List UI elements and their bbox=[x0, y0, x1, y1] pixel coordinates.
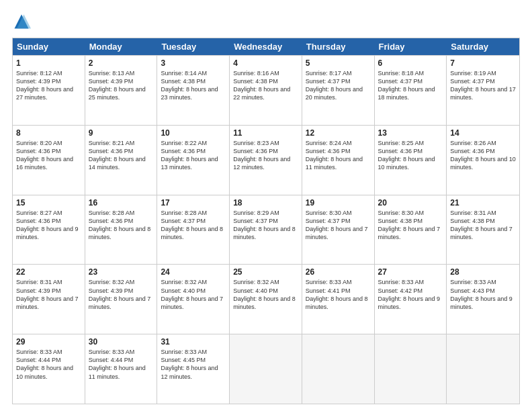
day-number: 29 bbox=[16, 337, 81, 347]
cell-info: Sunrise: 8:26 AMSunset: 4:36 PMDaylight:… bbox=[450, 140, 516, 171]
day-number: 26 bbox=[306, 267, 371, 277]
day-number: 25 bbox=[233, 267, 298, 277]
calendar-cell: 12 Sunrise: 8:24 AMSunset: 4:36 PMDaylig… bbox=[302, 126, 375, 195]
day-number: 2 bbox=[89, 58, 154, 68]
day-number: 5 bbox=[306, 58, 371, 68]
day-number: 1 bbox=[16, 58, 81, 68]
calendar-cell: 29 Sunrise: 8:33 AMSunset: 4:44 PMDaylig… bbox=[13, 334, 85, 404]
day-number: 9 bbox=[89, 128, 154, 138]
calendar-cell: 4 Sunrise: 8:16 AMSunset: 4:38 PMDayligh… bbox=[230, 56, 302, 125]
calendar-row-2: 8 Sunrise: 8:20 AMSunset: 4:36 PMDayligh… bbox=[13, 125, 519, 195]
calendar-header: SundayMondayTuesdayWednesdayThursdayFrid… bbox=[13, 38, 519, 55]
calendar-row-3: 15 Sunrise: 8:27 AMSunset: 4:36 PMDaylig… bbox=[13, 195, 519, 265]
calendar-cell: 8 Sunrise: 8:20 AMSunset: 4:36 PMDayligh… bbox=[13, 126, 85, 195]
cell-info: Sunrise: 8:28 AMSunset: 4:36 PMDaylight:… bbox=[89, 210, 151, 240]
calendar-cell: 17 Sunrise: 8:28 AMSunset: 4:37 PMDaylig… bbox=[157, 195, 230, 265]
day-number: 31 bbox=[161, 337, 226, 347]
logo bbox=[12, 12, 34, 31]
calendar-cell: 3 Sunrise: 8:14 AMSunset: 4:38 PMDayligh… bbox=[157, 56, 230, 125]
day-number: 19 bbox=[306, 198, 371, 208]
calendar-cell bbox=[447, 334, 519, 404]
cell-info: Sunrise: 8:16 AMSunset: 4:38 PMDaylight:… bbox=[233, 70, 290, 101]
day-number: 15 bbox=[16, 198, 81, 208]
logo-icon bbox=[12, 12, 31, 31]
cell-info: Sunrise: 8:32 AMSunset: 4:40 PMDaylight:… bbox=[233, 279, 296, 310]
cell-info: Sunrise: 8:33 AMSunset: 4:41 PMDaylight:… bbox=[306, 279, 368, 310]
cell-info: Sunrise: 8:25 AMSunset: 4:36 PMDaylight:… bbox=[378, 140, 435, 171]
cell-info: Sunrise: 8:24 AMSunset: 4:36 PMDaylight:… bbox=[306, 140, 363, 171]
page-header bbox=[12, 12, 520, 31]
header-day-wednesday: Wednesday bbox=[230, 38, 302, 55]
calendar-cell: 22 Sunrise: 8:31 AMSunset: 4:39 PMDaylig… bbox=[13, 265, 85, 334]
calendar-cell: 7 Sunrise: 8:19 AMSunset: 4:37 PMDayligh… bbox=[447, 56, 519, 125]
calendar-cell: 19 Sunrise: 8:30 AMSunset: 4:37 PMDaylig… bbox=[302, 195, 375, 265]
day-number: 13 bbox=[378, 128, 443, 138]
calendar-cell: 6 Sunrise: 8:18 AMSunset: 4:37 PMDayligh… bbox=[375, 56, 447, 125]
day-number: 4 bbox=[233, 58, 298, 68]
header-day-saturday: Saturday bbox=[447, 38, 519, 55]
calendar-cell: 20 Sunrise: 8:30 AMSunset: 4:38 PMDaylig… bbox=[375, 195, 447, 265]
cell-info: Sunrise: 8:33 AMSunset: 4:43 PMDaylight:… bbox=[450, 279, 513, 310]
day-number: 14 bbox=[450, 128, 516, 138]
cell-info: Sunrise: 8:33 AMSunset: 4:44 PMDaylight:… bbox=[89, 349, 146, 379]
cell-info: Sunrise: 8:22 AMSunset: 4:36 PMDaylight:… bbox=[161, 140, 218, 171]
cell-info: Sunrise: 8:28 AMSunset: 4:37 PMDaylight:… bbox=[161, 210, 223, 240]
cell-info: Sunrise: 8:18 AMSunset: 4:37 PMDaylight:… bbox=[378, 70, 435, 101]
day-number: 22 bbox=[16, 267, 81, 277]
day-number: 20 bbox=[378, 198, 443, 208]
calendar-cell: 25 Sunrise: 8:32 AMSunset: 4:40 PMDaylig… bbox=[230, 265, 302, 334]
calendar-row-4: 22 Sunrise: 8:31 AMSunset: 4:39 PMDaylig… bbox=[13, 264, 519, 334]
cell-info: Sunrise: 8:30 AMSunset: 4:37 PMDaylight:… bbox=[306, 210, 368, 240]
day-number: 27 bbox=[378, 267, 443, 277]
cell-info: Sunrise: 8:20 AMSunset: 4:36 PMDaylight:… bbox=[16, 140, 73, 171]
calendar-cell bbox=[375, 334, 447, 404]
calendar-cell: 2 Sunrise: 8:13 AMSunset: 4:39 PMDayligh… bbox=[85, 56, 158, 125]
day-number: 30 bbox=[89, 337, 154, 347]
calendar-cell: 9 Sunrise: 8:21 AMSunset: 4:36 PMDayligh… bbox=[85, 126, 158, 195]
calendar-cell: 13 Sunrise: 8:25 AMSunset: 4:36 PMDaylig… bbox=[375, 126, 447, 195]
day-number: 8 bbox=[16, 128, 81, 138]
calendar-cell: 11 Sunrise: 8:23 AMSunset: 4:36 PMDaylig… bbox=[230, 126, 302, 195]
cell-info: Sunrise: 8:33 AMSunset: 4:44 PMDaylight:… bbox=[16, 349, 73, 379]
day-number: 16 bbox=[89, 198, 154, 208]
calendar-cell bbox=[302, 334, 375, 404]
calendar-cell: 26 Sunrise: 8:33 AMSunset: 4:41 PMDaylig… bbox=[302, 265, 375, 334]
calendar-cell: 1 Sunrise: 8:12 AMSunset: 4:39 PMDayligh… bbox=[13, 56, 85, 125]
cell-info: Sunrise: 8:32 AMSunset: 4:39 PMDaylight:… bbox=[89, 279, 151, 310]
day-number: 24 bbox=[161, 267, 226, 277]
calendar-cell: 24 Sunrise: 8:32 AMSunset: 4:40 PMDaylig… bbox=[157, 265, 230, 334]
cell-info: Sunrise: 8:23 AMSunset: 4:36 PMDaylight:… bbox=[233, 140, 290, 171]
day-number: 23 bbox=[89, 267, 154, 277]
calendar-cell: 18 Sunrise: 8:29 AMSunset: 4:37 PMDaylig… bbox=[230, 195, 302, 265]
header-day-monday: Monday bbox=[85, 38, 158, 55]
calendar-cell: 23 Sunrise: 8:32 AMSunset: 4:39 PMDaylig… bbox=[85, 265, 158, 334]
calendar-cell: 28 Sunrise: 8:33 AMSunset: 4:43 PMDaylig… bbox=[447, 265, 519, 334]
calendar-cell: 31 Sunrise: 8:33 AMSunset: 4:45 PMDaylig… bbox=[157, 334, 230, 404]
calendar-cell: 27 Sunrise: 8:33 AMSunset: 4:42 PMDaylig… bbox=[375, 265, 447, 334]
cell-info: Sunrise: 8:31 AMSunset: 4:38 PMDaylight:… bbox=[450, 210, 513, 240]
calendar-cell: 30 Sunrise: 8:33 AMSunset: 4:44 PMDaylig… bbox=[85, 334, 158, 404]
cell-info: Sunrise: 8:32 AMSunset: 4:40 PMDaylight:… bbox=[161, 279, 223, 310]
day-number: 17 bbox=[161, 198, 226, 208]
calendar-cell: 15 Sunrise: 8:27 AMSunset: 4:36 PMDaylig… bbox=[13, 195, 85, 265]
day-number: 11 bbox=[233, 128, 298, 138]
day-number: 28 bbox=[450, 267, 516, 277]
cell-info: Sunrise: 8:21 AMSunset: 4:36 PMDaylight:… bbox=[89, 140, 146, 171]
cell-info: Sunrise: 8:17 AMSunset: 4:37 PMDaylight:… bbox=[306, 70, 363, 101]
calendar-row-1: 1 Sunrise: 8:12 AMSunset: 4:39 PMDayligh… bbox=[13, 55, 519, 125]
cell-info: Sunrise: 8:29 AMSunset: 4:37 PMDaylight:… bbox=[233, 210, 296, 240]
calendar-cell: 14 Sunrise: 8:26 AMSunset: 4:36 PMDaylig… bbox=[447, 126, 519, 195]
header-day-sunday: Sunday bbox=[13, 38, 85, 55]
cell-info: Sunrise: 8:31 AMSunset: 4:39 PMDaylight:… bbox=[16, 279, 79, 310]
calendar-cell: 16 Sunrise: 8:28 AMSunset: 4:36 PMDaylig… bbox=[85, 195, 158, 265]
day-number: 6 bbox=[378, 58, 443, 68]
header-day-friday: Friday bbox=[375, 38, 447, 55]
calendar-cell: 5 Sunrise: 8:17 AMSunset: 4:37 PMDayligh… bbox=[302, 56, 375, 125]
calendar: SundayMondayTuesdayWednesdayThursdayFrid… bbox=[12, 38, 520, 404]
calendar-cell bbox=[230, 334, 302, 404]
cell-info: Sunrise: 8:33 AMSunset: 4:45 PMDaylight:… bbox=[161, 349, 218, 379]
cell-info: Sunrise: 8:30 AMSunset: 4:38 PMDaylight:… bbox=[378, 210, 441, 240]
day-number: 12 bbox=[306, 128, 371, 138]
calendar-row-5: 29 Sunrise: 8:33 AMSunset: 4:44 PMDaylig… bbox=[13, 334, 519, 404]
cell-info: Sunrise: 8:12 AMSunset: 4:39 PMDaylight:… bbox=[16, 70, 73, 101]
